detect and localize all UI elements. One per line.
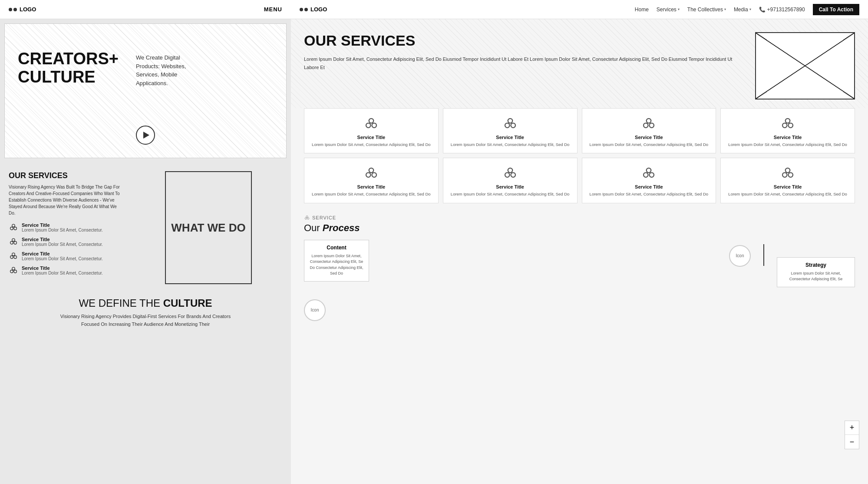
svg-point-36 — [306, 215, 308, 217]
our-services-section: OUR SERVICES Lorem Ipsum Dolor Sit Amet,… — [291, 19, 868, 108]
left-panel: LOGO MENU CREATORS+ CULTURE We Create Di… — [0, 0, 291, 484]
service-item-text-1: Service Title Lorem Ipsum Dolor Sit Amet… — [22, 222, 103, 232]
right-navbar: LOGO Home Services ▾ The Collectives ▾ M… — [291, 0, 868, 19]
service-card-1: Service Title Lorem Ipsum Dolor Sit Amet… — [304, 108, 439, 153]
content-process-card: Content Lorem Ipsum Dolor Sit Amet, Cons… — [304, 240, 369, 282]
cta-button[interactable]: Call To Action — [813, 4, 859, 15]
card-title-5: Service Title — [357, 184, 386, 189]
card-title-8: Service Title — [774, 184, 802, 189]
service-card-8: Service Title Lorem Ipsum Dolor Sit Amet… — [720, 158, 855, 203]
card-title-1: Service Title — [357, 135, 386, 140]
logo-text: LOGO — [20, 6, 36, 13]
right-panel: LOGO Home Services ▾ The Collectives ▾ M… — [291, 0, 868, 484]
service-cards-row-1: Service Title Lorem Ipsum Dolor Sit Amet… — [291, 108, 868, 158]
svg-point-27 — [508, 168, 512, 173]
hero-subtitle: We Create Digital Products: Websites, Se… — [136, 50, 205, 87]
logo-dots — [9, 8, 17, 11]
process-bottom-row: Icon — [304, 294, 855, 321]
svg-point-4 — [10, 242, 13, 244]
card-desc-1: Lorem Ipsum Dolor Sit Amet, Consectetur … — [312, 142, 431, 148]
right-logo-dot-1 — [300, 8, 303, 11]
define-culture-section: WE DEFINE THE CULTURE Visionary Rising A… — [0, 288, 291, 332]
card-title-2: Service Title — [496, 135, 524, 140]
svg-point-9 — [12, 267, 15, 270]
card-title-6: Service Title — [496, 184, 524, 189]
phone-icon: 📞 — [759, 7, 766, 13]
svg-point-17 — [511, 123, 515, 128]
svg-point-15 — [508, 119, 512, 123]
trefoil-icon-2 — [9, 237, 18, 246]
nav-link-services[interactable]: Services ▾ — [657, 7, 680, 13]
zoom-in-button[interactable]: + — [845, 421, 859, 435]
right-logo-dot-2 — [304, 8, 308, 11]
logo-dot-2 — [13, 8, 17, 11]
svg-point-28 — [505, 173, 510, 178]
svg-point-37 — [305, 217, 307, 219]
card-desc-6: Lorem Ipsum Dolor Sit Amet, Consectetur … — [451, 191, 570, 197]
svg-point-29 — [511, 173, 515, 178]
service-card-icon-5 — [363, 165, 379, 181]
svg-point-20 — [650, 123, 654, 128]
what-we-do-text: WHAT WE DO — [167, 217, 250, 239]
service-item-3: Service Title Lorem Ipsum Dolor Sit Amet… — [9, 251, 122, 261]
nav-link-media[interactable]: Media ▾ — [734, 7, 751, 13]
services-text-col: OUR SERVICES Visionary Rising Agency Was… — [9, 171, 122, 284]
card-title-3: Service Title — [635, 135, 663, 140]
right-content: OUR SERVICES Lorem Ipsum Dolor Sit Amet,… — [291, 19, 868, 484]
nav-link-home[interactable]: Home — [635, 7, 649, 13]
service-card-icon-7 — [641, 165, 657, 181]
svg-point-35 — [789, 173, 793, 178]
card-desc-2: Lorem Ipsum Dolor Sit Amet, Consectetur … — [451, 142, 570, 148]
card-title-7: Service Title — [635, 184, 663, 189]
service-item-text-3: Service Title Lorem Ipsum Dolor Sit Amet… — [22, 251, 103, 261]
svg-point-1 — [10, 227, 13, 230]
chevron-icon-collectives: ▾ — [724, 7, 726, 11]
card-desc-3: Lorem Ipsum Dolor Sit Amet, Consectetur … — [590, 142, 709, 148]
services-right-col — [755, 32, 855, 99]
services-desc: Visionary Rising Agency Was Built To Bri… — [9, 184, 122, 216]
process-icon-circle-2: Icon — [304, 299, 326, 321]
what-we-do-visual: WHAT WE DO — [135, 171, 282, 284]
svg-point-10 — [10, 270, 13, 273]
what-we-do-box: WHAT WE DO — [165, 171, 252, 284]
svg-point-26 — [372, 173, 376, 178]
svg-point-23 — [789, 123, 793, 128]
define-desc: Visionary Rising Agency Provides Digital… — [54, 313, 237, 328]
service-card-4: Service Title Lorem Ipsum Dolor Sit Amet… — [720, 108, 855, 153]
service-card-6: Service Title Lorem Ipsum Dolor Sit Amet… — [443, 158, 578, 203]
service-card-icon-1 — [363, 116, 379, 131]
process-label: SERVICE — [304, 215, 855, 221]
hero-section: CREATORS+ CULTURE We Create Digital Prod… — [4, 23, 287, 158]
our-services-desc: Lorem Ipsum Dolor Sit Amet, Consectetur … — [304, 55, 742, 71]
hero-content: CREATORS+ CULTURE We Create Digital Prod… — [5, 24, 286, 96]
svg-point-3 — [12, 239, 15, 241]
card-title-4: Service Title — [774, 135, 802, 140]
svg-point-5 — [14, 242, 17, 244]
our-services-title: OUR SERVICES — [304, 32, 742, 49]
svg-point-21 — [785, 119, 790, 123]
strategy-process-card: Strategy Lorem Ipsum Dolor Sit Amet, Con… — [777, 257, 855, 287]
left-services-section: OUR SERVICES Visionary Rising Agency Was… — [0, 162, 291, 288]
zoom-out-button[interactable]: − — [845, 435, 859, 449]
svg-point-30 — [647, 168, 651, 173]
menu-label[interactable]: MENU — [264, 6, 282, 13]
process-diagram: Content Lorem Ipsum Dolor Sit Amet, Cons… — [304, 240, 855, 287]
right-logo-dots — [300, 8, 308, 11]
svg-point-31 — [644, 173, 648, 178]
right-logo-text: LOGO — [310, 6, 327, 13]
service-item-4: Service Title Lorem Ipsum Dolor Sit Amet… — [9, 265, 122, 275]
svg-point-18 — [647, 119, 651, 123]
left-navbar: LOGO MENU — [0, 0, 291, 19]
svg-point-13 — [366, 123, 371, 128]
trefoil-icon-4 — [9, 265, 18, 275]
service-card-5: Service Title Lorem Ipsum Dolor Sit Amet… — [304, 158, 439, 203]
nav-link-collectives[interactable]: The Collectives ▾ — [687, 7, 726, 13]
svg-point-7 — [10, 256, 13, 259]
svg-point-38 — [307, 217, 309, 219]
right-logo: LOGO — [300, 6, 327, 13]
play-button[interactable] — [136, 126, 155, 145]
svg-point-32 — [650, 173, 654, 178]
card-desc-4: Lorem Ipsum Dolor Sit Amet, Consectetur … — [728, 142, 847, 148]
card-desc-8: Lorem Ipsum Dolor Sit Amet, Consectetur … — [728, 191, 847, 197]
nav-links: Home Services ▾ The Collectives ▾ Media … — [635, 4, 859, 15]
